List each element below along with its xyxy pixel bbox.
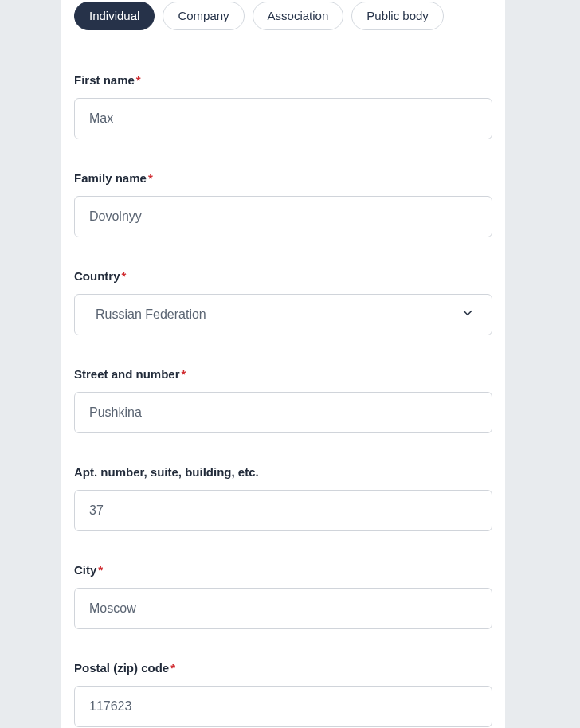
street-input[interactable] (74, 392, 492, 433)
field-first-name: First name* (74, 73, 492, 139)
postal-input[interactable] (74, 686, 492, 727)
first-name-label: First name* (74, 73, 492, 87)
field-street: Street and number* (74, 367, 492, 433)
required-asterisk: * (148, 171, 153, 185)
required-asterisk: * (182, 367, 186, 381)
first-name-label-text: First name (74, 73, 135, 87)
family-name-label: Family name* (74, 171, 492, 185)
city-label: City* (74, 563, 492, 577)
country-label-text: Country (74, 269, 120, 283)
postal-label-text: Postal (zip) code (74, 661, 169, 675)
apt-label-text: Apt. number, suite, building, etc. (74, 465, 259, 479)
field-postal: Postal (zip) code* (74, 661, 492, 727)
entity-type-tabs: Individual Company Association Public bo… (74, 2, 492, 30)
country-label: Country* (74, 269, 492, 283)
form-card: Individual Company Association Public bo… (61, 0, 505, 728)
apt-input[interactable] (74, 490, 492, 531)
required-asterisk: * (170, 661, 175, 675)
city-input[interactable] (74, 588, 492, 629)
field-city: City* (74, 563, 492, 629)
required-asterisk: * (136, 73, 141, 87)
tab-public-body[interactable]: Public body (351, 2, 444, 30)
country-select-wrap: Russian Federation (74, 294, 492, 335)
tab-association[interactable]: Association (253, 2, 344, 30)
tab-company[interactable]: Company (163, 2, 244, 30)
family-name-input[interactable] (74, 196, 492, 237)
required-asterisk: * (98, 563, 103, 577)
required-asterisk: * (122, 269, 127, 283)
field-country: Country* Russian Federation (74, 269, 492, 335)
postal-label: Postal (zip) code* (74, 661, 492, 675)
country-selected-value: Russian Federation (96, 307, 206, 322)
street-label-text: Street and number (74, 367, 180, 381)
apt-label: Apt. number, suite, building, etc. (74, 465, 492, 479)
first-name-input[interactable] (74, 98, 492, 139)
country-select[interactable]: Russian Federation (74, 294, 492, 335)
family-name-label-text: Family name (74, 171, 147, 185)
street-label: Street and number* (74, 367, 492, 381)
tab-individual[interactable]: Individual (74, 2, 155, 30)
field-apt: Apt. number, suite, building, etc. (74, 465, 492, 531)
field-family-name: Family name* (74, 171, 492, 237)
city-label-text: City (74, 563, 96, 577)
